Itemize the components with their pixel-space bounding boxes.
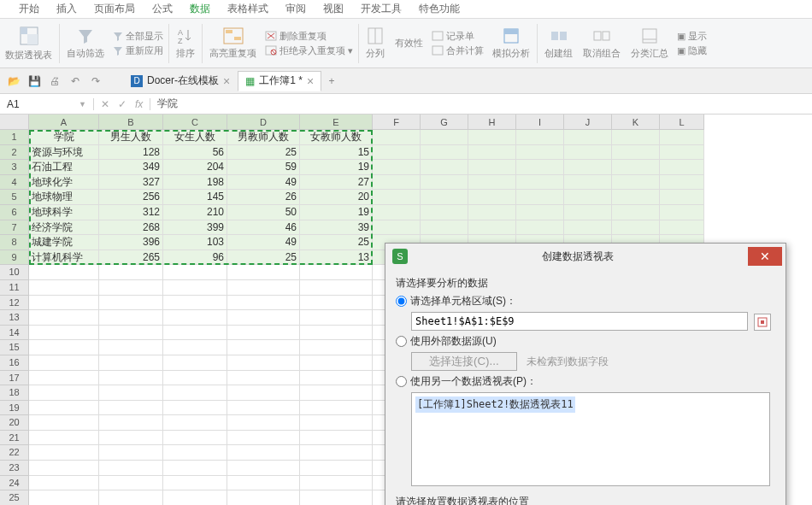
cell[interactable]	[227, 385, 300, 401]
row-header[interactable]: 10	[0, 265, 29, 280]
cell[interactable]	[163, 415, 227, 431]
row-header[interactable]: 17	[0, 371, 29, 386]
cell[interactable]	[300, 476, 373, 491]
cell[interactable]	[516, 220, 564, 236]
cell[interactable]	[373, 205, 421, 220]
col-header[interactable]: L	[660, 115, 704, 130]
menu-tablestyle[interactable]: 表格样式	[219, 2, 277, 16]
cell[interactable]: 49	[227, 235, 300, 250]
cell[interactable]	[660, 190, 704, 205]
row-header[interactable]: 25	[0, 490, 29, 505]
cell[interactable]: 男教师人数	[227, 130, 300, 145]
cell[interactable]	[564, 220, 612, 236]
cell[interactable]	[468, 175, 516, 191]
row-header[interactable]: 18	[0, 385, 29, 401]
cell[interactable]: 256	[99, 190, 163, 205]
cell[interactable]	[421, 130, 468, 145]
row-header[interactable]: 21	[0, 431, 29, 446]
cell[interactable]	[300, 431, 373, 446]
cell[interactable]	[468, 205, 516, 220]
cell[interactable]	[373, 130, 421, 145]
cell[interactable]	[373, 160, 421, 175]
menu-start[interactable]: 开始	[10, 2, 48, 16]
cell[interactable]	[227, 310, 300, 326]
cell[interactable]: 399	[163, 220, 227, 236]
cell[interactable]	[227, 340, 300, 355]
cell[interactable]	[227, 280, 300, 296]
cell[interactable]	[99, 415, 163, 431]
cell[interactable]	[227, 371, 300, 386]
cell[interactable]: 19	[300, 160, 373, 175]
row-header[interactable]: 15	[0, 340, 29, 355]
cell[interactable]	[29, 415, 99, 431]
cell[interactable]	[227, 476, 300, 491]
col-header[interactable]: K	[612, 115, 660, 130]
cell[interactable]: 女教师人数	[300, 130, 373, 145]
cell[interactable]: 49	[227, 175, 300, 191]
cell[interactable]	[99, 265, 163, 280]
cell[interactable]	[227, 355, 300, 371]
cell[interactable]	[612, 175, 660, 191]
cell[interactable]	[99, 310, 163, 326]
cell[interactable]	[99, 431, 163, 446]
cell[interactable]: 13	[300, 250, 373, 266]
cell[interactable]	[163, 340, 227, 355]
cell[interactable]: 103	[163, 235, 227, 250]
showall-button[interactable]: 全部显示	[113, 30, 163, 43]
row-header[interactable]: 9	[0, 250, 29, 266]
save-icon[interactable]: 💾	[24, 71, 44, 91]
cell[interactable]	[163, 461, 227, 476]
cell[interactable]	[660, 160, 704, 175]
cell[interactable]: 石油工程	[29, 160, 99, 175]
close-icon[interactable]: ×	[223, 74, 230, 88]
cell[interactable]	[29, 385, 99, 401]
cell[interactable]: 资源与环境	[29, 145, 99, 161]
col-header[interactable]: A	[29, 115, 99, 130]
cell[interactable]	[468, 130, 516, 145]
cell[interactable]	[468, 220, 516, 236]
cell[interactable]	[227, 461, 300, 476]
cell[interactable]	[373, 145, 421, 161]
cell[interactable]	[612, 130, 660, 145]
cell[interactable]: 学院	[29, 130, 99, 145]
col-header[interactable]: J	[564, 115, 612, 130]
cell[interactable]	[660, 175, 704, 191]
row-header[interactable]: 12	[0, 296, 29, 311]
cell[interactable]	[99, 355, 163, 371]
cancel-formula-icon[interactable]: ✕	[101, 98, 109, 110]
row-header[interactable]: 14	[0, 326, 29, 341]
cell[interactable]: 20	[300, 190, 373, 205]
cell[interactable]	[163, 280, 227, 296]
cell[interactable]: 268	[99, 220, 163, 236]
fx-icon[interactable]: fx	[135, 98, 143, 110]
row-header[interactable]: 23	[0, 461, 29, 476]
cell[interactable]	[612, 160, 660, 175]
cell[interactable]	[163, 310, 227, 326]
cell[interactable]	[300, 310, 373, 326]
cell[interactable]	[29, 265, 99, 280]
cell[interactable]	[373, 190, 421, 205]
removedup-button[interactable]: 删除重复项	[265, 30, 353, 43]
cell[interactable]	[163, 371, 227, 386]
cell[interactable]	[99, 445, 163, 461]
cell[interactable]: 39	[300, 220, 373, 236]
row-header[interactable]: 20	[0, 415, 29, 431]
cell[interactable]	[612, 220, 660, 236]
cell[interactable]	[421, 190, 468, 205]
menu-special[interactable]: 特色功能	[410, 2, 468, 16]
cell[interactable]	[300, 371, 373, 386]
cell[interactable]: 56	[163, 145, 227, 161]
cell[interactable]	[421, 205, 468, 220]
cell[interactable]: 96	[163, 250, 227, 266]
cell[interactable]: 地球物理	[29, 190, 99, 205]
cell[interactable]: 46	[227, 220, 300, 236]
dialog-titlebar[interactable]: S 创建数据透视表 ✕	[385, 244, 786, 269]
cell[interactable]: 25	[227, 250, 300, 266]
cell[interactable]	[468, 160, 516, 175]
cell[interactable]: 50	[227, 205, 300, 220]
row-header[interactable]: 8	[0, 235, 29, 250]
accept-formula-icon[interactable]: ✓	[118, 98, 127, 110]
option-cell-range[interactable]: 请选择单元格区域(S)：	[396, 294, 775, 308]
cell[interactable]: 145	[163, 190, 227, 205]
cell[interactable]	[300, 265, 373, 280]
